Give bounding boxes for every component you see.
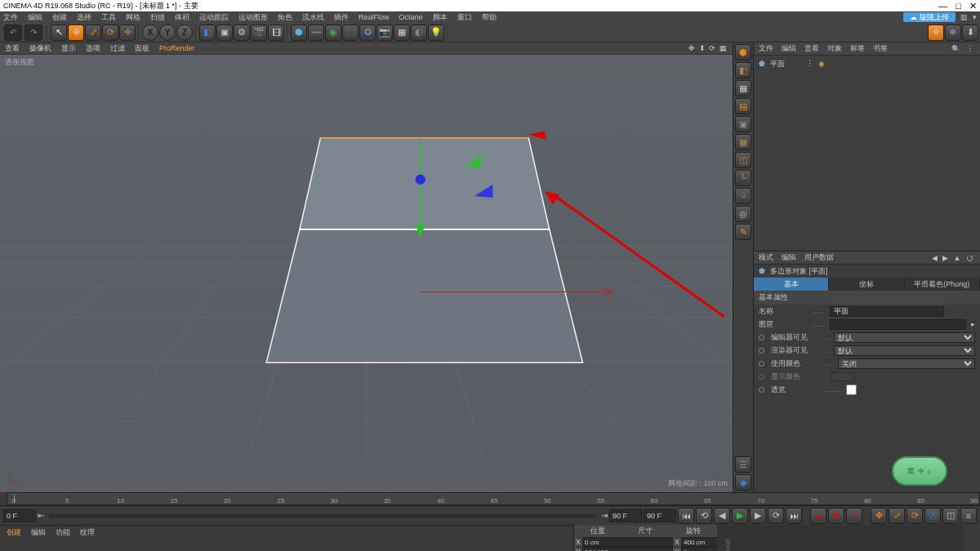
picture-viewer-button[interactable]: 🎬 [251,24,267,41]
perspective-viewport[interactable]: 透视视图 [0,55,733,492]
model-mode-icon[interactable]: ◧ [735,62,751,78]
menu-octane[interactable]: Octane [399,13,423,21]
menu-mograph[interactable]: 运动图形 [238,12,268,23]
menu-motiontrack[interactable]: 运动跟踪 [199,12,229,23]
edge-mode-icon[interactable]: ▦ [735,134,751,150]
axis-z-toggle[interactable]: Z [176,24,193,41]
om-menu-file[interactable]: 文件 [759,43,773,54]
vp-nav-pan-icon[interactable]: ✥ [688,44,696,52]
mat-tab-edit[interactable]: 编辑 [31,527,46,538]
vp-menu-display[interactable]: 显示 [61,43,76,54]
am-lock-icon[interactable]: ⭯ [966,254,975,262]
camera-button[interactable]: 📷 [376,24,393,41]
vp-menu-panel[interactable]: 面板 [135,43,149,54]
menu-plugins[interactable]: 插件 [334,12,349,23]
workplane-icon[interactable]: ▤ [735,98,751,114]
menu-spline[interactable]: 扫描 [150,12,165,23]
am-menu-edit[interactable]: 编辑 [782,252,796,263]
step-back-button[interactable]: ⟲ [696,508,712,524]
menu-volume[interactable]: 体积 [175,12,189,23]
key-param-button[interactable]: Ⓟ [924,508,941,524]
attr-name-input[interactable] [830,306,944,317]
render-view-button[interactable]: ▣ [216,24,233,41]
menu-window[interactable]: 窗口 [457,12,472,23]
menu-edit[interactable]: 编辑 [28,12,42,23]
om-menu-bookmarks[interactable]: 书签 [873,43,888,54]
key-scale-button[interactable]: ⤢ [889,508,905,524]
goto-end-button[interactable]: ⏭ [786,508,802,524]
key-pos-button[interactable]: ✥ [871,508,887,524]
rotate-tool-button[interactable]: ⟳ [102,24,118,41]
menu-pipeline[interactable]: 流水线 [302,12,324,23]
spline-primitive-button[interactable]: 〰 [308,24,324,41]
range-start-input[interactable] [3,509,36,522]
menu-tools[interactable]: 工具 [101,12,116,23]
step-fwd-button[interactable]: ⟳ [768,508,784,524]
range-end-left-input[interactable] [609,509,642,522]
select-tool-button[interactable]: ↖ [51,24,67,41]
bulb-icon[interactable]: 💡 [428,24,444,41]
move-right-button[interactable]: ✥ [928,24,944,41]
attr-xray-checkbox[interactable] [846,384,857,395]
point-mode-icon[interactable]: ▣ [735,116,751,132]
range-collapse-icon[interactable]: ⇥ [601,511,608,520]
last-tool-button[interactable]: ✛ [119,24,136,41]
timeline-slider[interactable] [49,514,596,518]
om-menu-objects[interactable]: 对象 [827,43,842,54]
goto-start-button[interactable]: ⏮ [678,508,694,524]
tweak-mode-icon[interactable]: ☟ [735,188,751,204]
menu-mesh[interactable]: 网格 [126,12,140,23]
autokey-button[interactable]: ◉ [828,508,844,524]
prev-key-button[interactable]: ◀ [714,508,730,524]
vp-menu-options[interactable]: 选项 [86,43,100,54]
misc-right-1-button[interactable]: ⚛ [945,24,961,41]
attr-radio-icon[interactable] [759,348,764,353]
deformer-button[interactable]: ⬚ [342,24,359,41]
play-button[interactable]: ▶ [732,508,748,524]
ime-indicator[interactable]: 简 中 ☼ [892,456,947,486]
am-menu-mode[interactable]: 模式 [759,252,773,263]
axis-y-toggle[interactable]: Y [159,24,176,41]
mat-tab-texture[interactable]: 纹理 [80,527,95,538]
render-settings-button[interactable]: ⚙ [234,24,250,41]
undo-button[interactable]: ↶ [4,24,22,41]
snap-enable-icon[interactable]: ◎ [735,206,751,222]
texture-mode-icon[interactable]: ▦ [735,80,751,96]
axis-mode-icon[interactable]: └ [735,170,751,186]
om-menu-view[interactable]: 查看 [804,43,819,54]
polygon-mode-icon[interactable]: ◫ [735,152,751,168]
am-nav-next-icon[interactable]: ▶ [942,254,950,262]
axis-x-toggle[interactable]: X [142,24,158,41]
attr-radio-icon[interactable] [759,361,764,367]
mat-tab-create[interactable]: 创建 [7,527,21,538]
range-end-right-input[interactable] [644,509,676,522]
om-menu-tags[interactable]: 标签 [850,43,865,54]
om-menu-edit[interactable]: 编辑 [782,43,796,54]
menu-realflow[interactable]: RealFlow [359,13,390,21]
key-options-button[interactable]: ≡ [960,508,977,524]
window-close-button[interactable]: ✕ [969,1,977,11]
am-menu-userdata[interactable]: 用户数据 [804,252,834,263]
record-button[interactable]: ● [810,508,826,524]
object-row-plane[interactable]: ⬟ 平面 ⋮ ◉ [759,57,975,70]
menu-character[interactable]: 角色 [278,12,292,23]
attr-radio-icon[interactable] [759,387,764,393]
cube-primitive-button[interactable]: ⬢ [291,24,307,41]
layout-menu-icon[interactable]: ▥ [960,13,968,21]
menu-script[interactable]: 脚本 [433,12,448,23]
floor-button[interactable]: ◐ [411,24,427,41]
menu-file[interactable]: 文件 [3,12,18,23]
attr-vis-editor-select[interactable]: 默认 [834,332,975,343]
attr-radio-icon[interactable] [759,335,764,340]
menu-create[interactable]: 创建 [52,12,67,23]
visibility-dots-icon[interactable]: ⋮ [806,60,813,68]
attr-layer-input[interactable] [830,319,966,330]
object-name[interactable]: 平面 [770,59,785,69]
next-key-button[interactable]: ▶ [750,508,766,524]
vp-menu-filter[interactable]: 过滤 [110,43,125,54]
render-queue-button[interactable]: 🎞 [268,24,284,41]
keyframe-sel-button[interactable]: ◇ [846,508,862,524]
vp-nav-orbit-icon[interactable]: ⟳ [709,44,716,52]
window-maximize-button[interactable]: □ [956,1,961,11]
mat-tab-function[interactable]: 功能 [56,527,70,538]
